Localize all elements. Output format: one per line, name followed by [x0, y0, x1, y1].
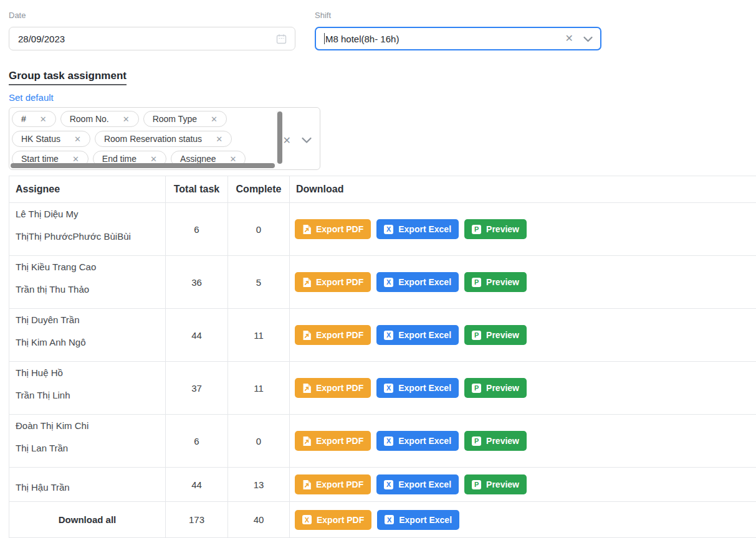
download-cell: Export PDFXExport ExcelPPreview [290, 203, 756, 255]
button-label: Export Excel [398, 277, 451, 287]
download-all-label: Download all [9, 502, 166, 537]
selected-column-tag[interactable]: Start time✕ [12, 151, 89, 163]
button-label: Preview [486, 224, 519, 234]
selected-column-tag[interactable]: HK Status✕ [12, 131, 90, 147]
export-excel-button[interactable]: XExport Excel [376, 325, 459, 345]
tag-label: HK Status [21, 134, 60, 144]
excel-x-icon: X [384, 331, 393, 340]
pdf-file-icon [302, 331, 311, 340]
selected-column-tag[interactable]: #✕ [12, 111, 56, 127]
export-pdf-all-button[interactable]: XExport PDF [295, 510, 371, 530]
pdf-file-icon [302, 480, 311, 489]
remove-tag-icon[interactable]: ✕ [150, 155, 157, 163]
assignee-cell: Thị Huệ HồTrần Thị Linh [9, 362, 166, 414]
preview-button[interactable]: PPreview [464, 474, 527, 494]
export-excel-button[interactable]: XExport Excel [376, 219, 459, 239]
selected-column-tag[interactable]: Room Type✕ [143, 111, 227, 127]
selected-column-tag[interactable]: Assignee✕ [171, 151, 246, 163]
preview-p-icon: P [472, 480, 481, 489]
assignee-name: Thị Lan Trần [16, 443, 159, 453]
columns-multiselect[interactable]: #✕Room No.✕Room Type✕HK Status✕Room Rese… [9, 107, 320, 170]
selected-column-tag[interactable]: End time✕ [93, 151, 166, 163]
excel-x-icon: X [384, 437, 393, 446]
preview-button[interactable]: PPreview [464, 272, 527, 292]
assignee-table: Assignee Total task Complete Download Lê… [9, 176, 756, 538]
table-row: Thị Duyên TrầnThị Kim Anh Ngô4411Export … [9, 309, 756, 362]
header-assignee: Assignee [9, 176, 166, 202]
date-input[interactable]: 28/09/2023 [9, 27, 295, 50]
preview-button[interactable]: PPreview [464, 325, 527, 345]
shift-value: M8 hotel(8h- 16h) [325, 34, 399, 44]
header-total-task: Total task [166, 176, 228, 202]
assignee-name: ThịThị PhướcPhước BùiBùi [16, 231, 159, 242]
preview-p-icon: P [472, 225, 481, 234]
set-default-link[interactable]: Set default [9, 92, 756, 103]
assignee-cell: Thị Duyên TrầnThị Kim Anh Ngô [9, 309, 166, 361]
button-label: Preview [486, 330, 519, 340]
complete-sum-cell: 40 [228, 502, 290, 537]
total-task-cell: 6 [166, 203, 228, 255]
complete-cell: 0 [228, 203, 290, 255]
complete-cell: 13 [228, 468, 290, 501]
selected-column-tag[interactable]: Room Reservation status✕ [95, 131, 232, 147]
shift-select[interactable]: M8 hotel(8h- 16h) ✕ [315, 27, 601, 50]
chevron-down-icon[interactable] [583, 34, 593, 44]
assignee-name: Thị Hậu Trần [16, 482, 159, 493]
assignee-name: Thị Huệ Hồ [16, 367, 159, 378]
total-task-cell: 6 [166, 415, 228, 467]
preview-button[interactable]: PPreview [464, 219, 527, 239]
export-excel-button[interactable]: XExport Excel [376, 474, 459, 494]
tag-label: # [21, 114, 26, 124]
export-excel-button[interactable]: XExport Excel [376, 378, 459, 398]
table-row: Thị Hậu Trần4413Export PDFXExport ExcelP… [9, 468, 756, 502]
remove-tag-icon[interactable]: ✕ [40, 115, 47, 123]
assignee-cell: Thị Hậu Trần [9, 468, 166, 501]
export-pdf-button[interactable]: Export PDF [295, 378, 371, 398]
preview-button[interactable]: PPreview [464, 431, 527, 451]
button-label: Export PDF [316, 436, 363, 446]
shift-label: Shift [315, 11, 601, 20]
clear-columns-icon[interactable]: ✕ [283, 136, 291, 146]
calendar-icon[interactable] [276, 34, 287, 46]
preview-p-icon: P [472, 384, 481, 393]
remove-tag-icon[interactable]: ✕ [216, 135, 222, 143]
remove-tag-icon[interactable]: ✕ [74, 135, 81, 143]
assignee-name: Lê Thị Diệu My [16, 209, 159, 219]
assignee-name: Thị Duyên Trần [16, 314, 159, 325]
button-label: Preview [486, 383, 519, 393]
export-pdf-button[interactable]: Export PDF [295, 219, 371, 239]
assignee-name: Thị Kim Anh Ngô [16, 337, 159, 347]
remove-tag-icon[interactable]: ✕ [211, 115, 218, 123]
export-excel-all-button[interactable]: XExport Excel [377, 510, 459, 530]
export-excel-button[interactable]: XExport Excel [376, 272, 459, 292]
button-label: Export Excel [399, 515, 452, 525]
preview-button[interactable]: PPreview [464, 378, 527, 398]
table-body: Lê Thị Diệu MyThịThị PhướcPhước BùiBùi60… [9, 203, 756, 538]
remove-tag-icon[interactable]: ✕ [72, 155, 79, 163]
download-cell: Export PDFXExport ExcelPPreview [290, 309, 756, 361]
export-excel-button[interactable]: XExport Excel [376, 431, 459, 451]
button-label: Export PDF [316, 479, 363, 489]
chevron-down-icon[interactable] [302, 135, 312, 146]
export-pdf-button[interactable]: Export PDF [295, 325, 371, 345]
clear-shift-icon[interactable]: ✕ [565, 34, 573, 44]
tag-label: Room Type [153, 114, 197, 124]
remove-tag-icon[interactable]: ✕ [123, 115, 130, 123]
complete-cell: 5 [228, 256, 290, 308]
export-pdf-button[interactable]: Export PDF [295, 272, 371, 292]
horizontal-scrollbar[interactable] [11, 163, 275, 168]
button-label: Export Excel [398, 330, 451, 340]
vertical-scrollbar[interactable] [277, 111, 282, 164]
tag-label: Room Reservation status [104, 134, 202, 144]
total-task-cell: 44 [166, 309, 228, 361]
export-pdf-button[interactable]: Export PDF [295, 474, 371, 494]
export-pdf-button[interactable]: Export PDF [295, 431, 371, 451]
button-label: Export Excel [398, 436, 451, 446]
table-header-row: Assignee Total task Complete Download [9, 176, 756, 203]
tag-label: Start time [21, 154, 59, 163]
button-label: Export Excel [398, 383, 451, 393]
selected-column-tag[interactable]: Room No.✕ [60, 111, 139, 127]
remove-tag-icon[interactable]: ✕ [230, 155, 237, 163]
group-task-assignment-page: Date 28/09/2023 Shift M8 hotel(8h- 16h) [0, 0, 756, 538]
table-row: Thị Huệ HồTrần Thị Linh3711Export PDFXEx… [9, 362, 756, 415]
